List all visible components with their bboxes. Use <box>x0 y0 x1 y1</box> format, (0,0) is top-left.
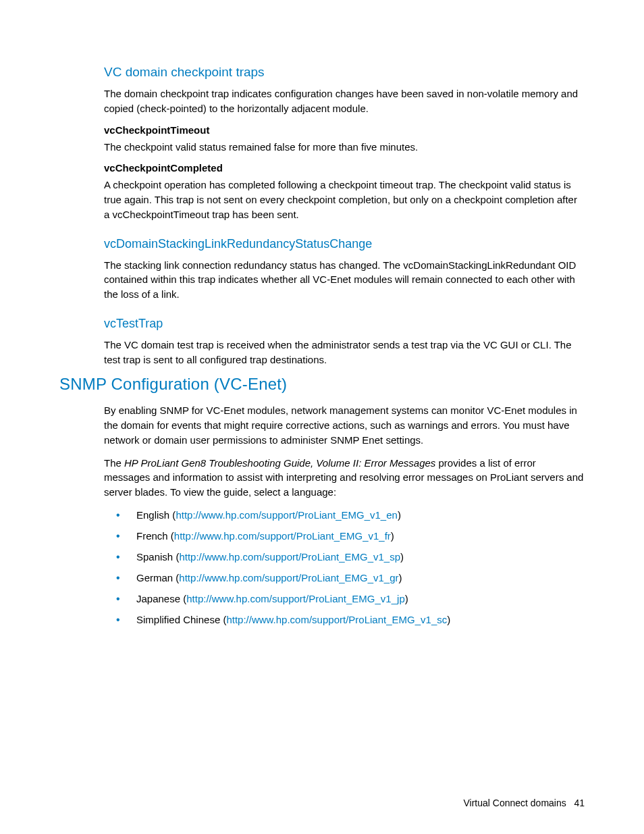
trap-name-vccheckpointcompleted: vcCheckpointCompleted <box>104 162 585 174</box>
language-label: Japanese <box>136 593 180 604</box>
language-link[interactable]: http://www.hp.com/support/ProLiant_EMG_v… <box>179 551 400 563</box>
list-item: Simplified Chinese (http://www.hp.com/su… <box>104 613 585 627</box>
language-label: Spanish <box>136 551 173 563</box>
body-content: VC domain checkpoint traps The domain ch… <box>104 65 585 627</box>
language-label: German <box>136 572 173 583</box>
heading-stacking-link-redundancy: vcDomainStackingLinkRedundancyStatusChan… <box>104 237 585 251</box>
list-item: English (http://www.hp.com/support/ProLi… <box>104 508 585 522</box>
paragraph: The domain checkpoint trap indicates con… <box>104 86 585 116</box>
language-link[interactable]: http://www.hp.com/support/ProLiant_EMG_v… <box>226 614 447 625</box>
language-link-list: English (http://www.hp.com/support/ProLi… <box>104 508 585 627</box>
language-label: English <box>136 509 169 521</box>
language-link[interactable]: http://www.hp.com/support/ProLiant_EMG_v… <box>179 572 398 583</box>
list-item: German (http://www.hp.com/support/ProLia… <box>104 571 585 585</box>
paragraph: The VC domain test trap is received when… <box>104 338 585 367</box>
document-page: VC domain checkpoint traps The domain ch… <box>0 0 644 834</box>
language-label: French <box>136 530 168 542</box>
paragraph: By enabling SNMP for VC-Enet modules, ne… <box>104 403 585 447</box>
footer-page-number: 41 <box>574 798 585 808</box>
paragraph: The stacking link connection redundancy … <box>104 258 585 302</box>
paragraph: A checkpoint operation has completed fol… <box>104 178 585 221</box>
heading-snmp-configuration: SNMP Configuration (VC-Enet) <box>59 375 585 394</box>
paragraph: The HP ProLiant Gen8 Troubleshooting Gui… <box>104 456 585 500</box>
list-item: Japanese (http://www.hp.com/support/ProL… <box>104 592 585 606</box>
heading-vc-domain-checkpoint-traps: VC domain checkpoint traps <box>104 65 585 80</box>
language-link[interactable]: http://www.hp.com/support/ProLiant_EMG_v… <box>186 593 405 604</box>
language-link[interactable]: http://www.hp.com/support/ProLiant_EMG_v… <box>174 530 391 542</box>
page-footer: Virtual Connect domains 41 <box>463 798 585 808</box>
list-item: French (http://www.hp.com/support/ProLia… <box>104 529 585 543</box>
paragraph: The checkpoint valid status remained fal… <box>104 140 585 155</box>
heading-vctesttrap: vcTestTrap <box>104 317 585 331</box>
language-link[interactable]: http://www.hp.com/support/ProLiant_EMG_v… <box>176 509 398 521</box>
list-item: Spanish (http://www.hp.com/support/ProLi… <box>104 550 585 564</box>
guide-title: HP ProLiant Gen8 Troubleshooting Guide, … <box>124 457 435 469</box>
text-run: The <box>104 457 124 469</box>
trap-name-vccheckpointtimeout: vcCheckpointTimeout <box>104 124 585 136</box>
footer-section-title: Virtual Connect domains <box>463 798 566 808</box>
language-label: Simplified Chinese <box>136 614 220 625</box>
